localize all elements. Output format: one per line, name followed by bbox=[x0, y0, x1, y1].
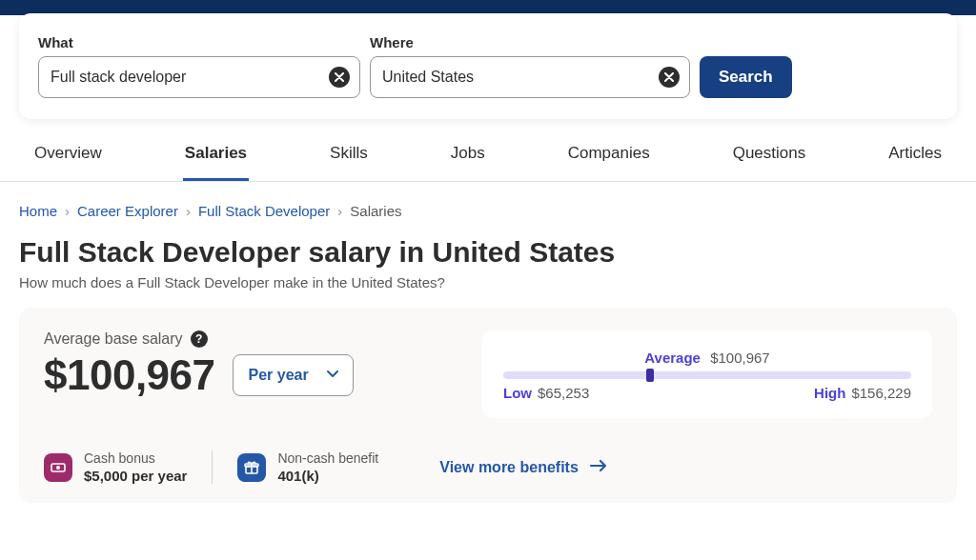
breadcrumb-career-explorer[interactable]: Career Explorer bbox=[77, 203, 178, 219]
high-number: $156,229 bbox=[851, 385, 911, 401]
distribution-bar bbox=[503, 371, 911, 379]
period-label: Per year bbox=[249, 367, 309, 384]
distribution-average-label: Average $100,967 bbox=[503, 350, 911, 366]
help-icon[interactable]: ? bbox=[191, 330, 208, 348]
average-label: Average base salary bbox=[44, 330, 183, 348]
noncash-benefit-value: 401(k) bbox=[277, 468, 378, 484]
breadcrumb-home[interactable]: Home bbox=[19, 203, 57, 219]
distribution-marker bbox=[646, 369, 654, 382]
cash-bonus-title: Cash bonus bbox=[84, 450, 187, 466]
tab-skills[interactable]: Skills bbox=[328, 136, 370, 181]
chevron-right-icon: › bbox=[186, 203, 191, 219]
salary-card: Average base salary ? $100,967 Per year … bbox=[19, 308, 957, 503]
tabs-nav: Overview Salaries Skills Jobs Companies … bbox=[0, 119, 976, 182]
where-input[interactable] bbox=[382, 69, 651, 86]
chevron-right-icon: › bbox=[337, 203, 342, 219]
tab-articles[interactable]: Articles bbox=[886, 136, 944, 181]
average-number: $100,967 bbox=[710, 350, 770, 366]
average-word: Average bbox=[644, 350, 701, 366]
close-icon bbox=[664, 70, 674, 85]
view-more-label: View more benefits bbox=[439, 459, 579, 476]
what-input-wrap[interactable] bbox=[38, 56, 360, 98]
what-label: What bbox=[38, 34, 360, 50]
breadcrumb-full-stack-developer[interactable]: Full Stack Developer bbox=[198, 203, 330, 219]
cash-icon bbox=[44, 453, 72, 482]
chevron-right-icon: › bbox=[65, 203, 70, 219]
close-icon bbox=[335, 70, 344, 85]
noncash-benefit-title: Non-cash benefit bbox=[277, 450, 378, 466]
where-input-wrap[interactable] bbox=[370, 56, 690, 98]
low-number: $65,253 bbox=[538, 385, 589, 401]
breadcrumb: Home › Career Explorer › Full Stack Deve… bbox=[0, 182, 976, 219]
svg-point-1 bbox=[56, 466, 60, 470]
tab-jobs[interactable]: Jobs bbox=[449, 136, 487, 181]
tab-questions[interactable]: Questions bbox=[731, 136, 808, 181]
breadcrumb-current: Salaries bbox=[350, 203, 401, 219]
high-word: High bbox=[814, 385, 845, 401]
search-button[interactable]: Search bbox=[700, 56, 792, 98]
low-word: Low bbox=[503, 385, 532, 401]
distribution-high: High$156,229 bbox=[814, 385, 911, 401]
cash-bonus-benefit: Cash bonus $5,000 per year bbox=[44, 450, 212, 484]
cash-bonus-value: $5,000 per year bbox=[84, 468, 187, 484]
average-salary-block: Average base salary ? $100,967 Per year bbox=[44, 330, 454, 418]
gift-icon bbox=[237, 453, 266, 482]
what-field-group: What bbox=[38, 34, 360, 98]
page-title: Full Stack Developer salary in United St… bbox=[0, 219, 976, 274]
view-more-benefits-link[interactable]: View more benefits bbox=[439, 455, 609, 480]
tab-companies[interactable]: Companies bbox=[566, 136, 652, 181]
salary-distribution-chart: Average $100,967 Low$65,253 High$156,229 bbox=[482, 330, 932, 418]
period-select[interactable]: Per year bbox=[233, 354, 354, 396]
chevron-down-icon bbox=[326, 367, 339, 384]
page-subtitle: How much does a Full Stack Developer mak… bbox=[0, 274, 976, 308]
tab-salaries[interactable]: Salaries bbox=[183, 136, 249, 181]
noncash-benefit: Non-cash benefit 401(k) bbox=[212, 450, 403, 484]
distribution-low: Low$65,253 bbox=[503, 385, 589, 401]
clear-what-button[interactable] bbox=[329, 67, 350, 88]
clear-where-button[interactable] bbox=[659, 67, 680, 88]
what-input[interactable] bbox=[51, 69, 321, 86]
where-label: Where bbox=[370, 34, 690, 50]
arrow-right-icon bbox=[588, 455, 609, 480]
tab-overview[interactable]: Overview bbox=[32, 136, 104, 181]
search-card: What Where Search bbox=[19, 13, 957, 119]
average-value: $100,967 bbox=[44, 351, 215, 399]
benefits-row: Cash bonus $5,000 per year Non-cash bene… bbox=[44, 443, 932, 484]
where-field-group: Where bbox=[370, 34, 690, 98]
